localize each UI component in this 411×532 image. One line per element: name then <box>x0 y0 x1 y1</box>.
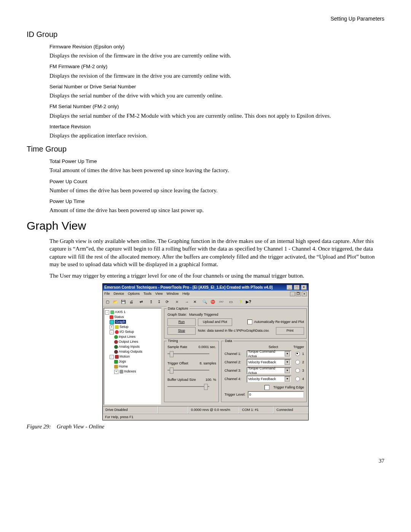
refresh-icon[interactable]: ⟳ <box>163 298 171 305</box>
tree-jogs[interactable]: Jogs <box>119 359 126 363</box>
tree-root[interactable]: AXIS 1 <box>115 310 126 314</box>
arrow-icon[interactable]: → <box>183 298 191 305</box>
analog-outputs-icon <box>114 350 118 354</box>
figure-caption: Figure 29: Graph View - Online <box>27 423 384 430</box>
channel2-radio[interactable] <box>295 360 300 364</box>
id-item4-label: Interface Revision <box>49 123 384 130</box>
jogs-icon <box>114 360 118 364</box>
disconnect-icon[interactable]: ⤫ <box>173 298 181 305</box>
help-icon[interactable]: ? <box>237 298 244 305</box>
nav-tree[interactable]: -AXIS 1 Status Graph +Setup -I/O Setup I… <box>104 308 162 405</box>
tree-expander-icon[interactable]: - <box>105 310 109 315</box>
stop-icon[interactable]: ⛔ <box>209 298 217 305</box>
maximize-button[interactable]: □ <box>294 285 299 290</box>
status-drive: Drive Disabled <box>103 406 158 413</box>
statusbar: Drive Disabled 0.0000 revs @ 0.0 revs/m … <box>103 406 308 413</box>
channel4-select[interactable]: Velocity Feedback▼ <box>247 375 292 383</box>
channel1-radio[interactable] <box>295 351 300 356</box>
tree-expander-icon[interactable]: - <box>110 355 114 359</box>
id-item0-label: Firmware Revision (Epsilon only) <box>49 43 384 50</box>
group-data: Data Select Trigger Channel 1: Torque Co… <box>221 341 307 402</box>
tree-input-lines[interactable]: Input Lines <box>119 335 135 339</box>
tree-expander-icon[interactable]: + <box>114 370 118 374</box>
setup-icon <box>115 325 119 329</box>
download-icon[interactable]: ↧ <box>155 298 163 305</box>
tree-expander-icon[interactable]: - <box>110 330 114 334</box>
trigger-offset-slider[interactable] <box>167 367 209 374</box>
graph-view-block: The Graph view is only available when on… <box>49 237 384 280</box>
upload-plot-button[interactable]: Upload and Plot <box>198 318 232 326</box>
connect-icon[interactable]: ⇄ <box>137 298 145 305</box>
menubar: File Device Options Tools View Window He… <box>103 291 308 297</box>
channel3-label: Channel 3: <box>225 368 244 373</box>
open-icon[interactable]: 📂 <box>112 298 119 305</box>
tree-motion[interactable]: Motion <box>119 355 130 358</box>
whats-this-icon[interactable]: ▶? <box>245 298 252 305</box>
minimize-button[interactable]: _ <box>287 285 292 290</box>
child-restore-button[interactable]: ❐ <box>296 292 301 296</box>
menu-device[interactable]: Device <box>114 291 124 296</box>
chevron-down-icon[interactable]: ▼ <box>285 359 290 365</box>
id-item2-label: Serial Number or Drive Serial Number <box>49 83 384 90</box>
graph-view-para1: The Graph view is only available when on… <box>49 237 384 268</box>
channel3-radio[interactable] <box>295 368 300 373</box>
run-button[interactable]: Run <box>167 318 196 326</box>
chevron-down-icon[interactable]: ▼ <box>285 376 290 382</box>
id-item4-body: Displays the application interface revis… <box>49 132 384 139</box>
sample-rate-slider[interactable] <box>167 350 209 357</box>
statusbar-help: For Help, press F1 <box>103 414 308 420</box>
toolbar: ▢ 📂 💾 🖨 ⇄ ↥ ↧ ⟳ ⤫ → ✕ 🔍 ⛔ 👓 ▭ ? ▶? <box>103 297 308 307</box>
menu-help[interactable]: Help <box>182 291 190 296</box>
time-item0-label: Total Power Up Time <box>49 158 384 165</box>
graph-view-para2: The User may trigger by entering a trigg… <box>49 272 384 280</box>
chevron-down-icon[interactable]: ▼ <box>285 351 290 356</box>
menu-options[interactable]: Options <box>128 291 140 296</box>
menu-window[interactable]: Window <box>166 291 178 296</box>
trigger-level-input[interactable]: 0 <box>248 391 304 398</box>
channel3-select[interactable]: Torque Command Actua▼ <box>247 367 292 374</box>
motion-icon <box>115 355 119 359</box>
channel1-select[interactable]: Torque Command Actua▼ <box>247 350 292 358</box>
print-button[interactable]: Print <box>276 327 304 335</box>
axis-icon <box>110 310 114 314</box>
tree-home[interactable]: Home <box>119 364 128 368</box>
titlebar[interactable]: Emerson Control Techniques - PowerTools … <box>103 284 308 291</box>
status-position: 0.0000 revs @ 0.0 revs/m <box>188 406 239 413</box>
close-button[interactable]: × <box>301 285 307 290</box>
auto-retrigger-checkbox[interactable] <box>247 320 252 324</box>
window-icon[interactable]: ▭ <box>227 298 234 305</box>
group-data-capture: Data Capture Graph State: Manually Trigg… <box>164 308 307 338</box>
tree-analog-outputs[interactable]: Analog Outputs <box>119 350 142 353</box>
group-title-data: Data <box>224 339 233 343</box>
menu-view[interactable]: View <box>155 291 162 296</box>
tree-expander-icon[interactable]: + <box>110 325 114 329</box>
tree-iosetup[interactable]: I/O Setup <box>119 330 134 334</box>
menu-tools[interactable]: Tools <box>143 291 151 296</box>
save-icon[interactable]: 💾 <box>119 298 127 305</box>
zoom-icon[interactable]: 🔍 <box>201 298 209 305</box>
child-minimize-button[interactable]: _ <box>290 292 295 296</box>
buffer-upload-value: 100. <box>206 378 212 382</box>
cross-icon[interactable]: ✕ <box>191 298 199 305</box>
stop-button[interactable]: Stop <box>167 327 196 335</box>
tree-graph[interactable]: Graph <box>115 320 126 324</box>
print-icon[interactable]: 🖨 <box>127 298 135 305</box>
tree-indexes[interactable]: Indexes <box>124 369 136 373</box>
child-close-button[interactable]: × <box>302 292 307 296</box>
upload-icon[interactable]: ↥ <box>147 298 155 305</box>
id-item3-label: FM Serial Number (FM-2 only) <box>49 103 384 110</box>
tree-setup[interactable]: Setup <box>119 325 129 329</box>
tree-output-lines[interactable]: Output Lines <box>119 340 138 343</box>
new-icon[interactable]: ▢ <box>104 298 111 305</box>
column-header-select: Select <box>269 345 278 349</box>
tree-status[interactable]: Status <box>114 315 124 319</box>
channel2-select[interactable]: Velocity Feedback▼ <box>247 359 292 366</box>
watch-icon[interactable]: 👓 <box>217 298 225 305</box>
chevron-down-icon[interactable]: ▼ <box>285 368 290 373</box>
falling-edge-checkbox[interactable] <box>264 385 269 390</box>
channel4-radio[interactable] <box>295 377 300 381</box>
falling-edge-label: Trigger Falling Edge <box>273 385 304 390</box>
tree-analog-inputs[interactable]: Analog Inputs <box>119 345 140 348</box>
menu-file[interactable]: File <box>104 291 110 296</box>
buffer-upload-slider[interactable] <box>167 383 209 390</box>
